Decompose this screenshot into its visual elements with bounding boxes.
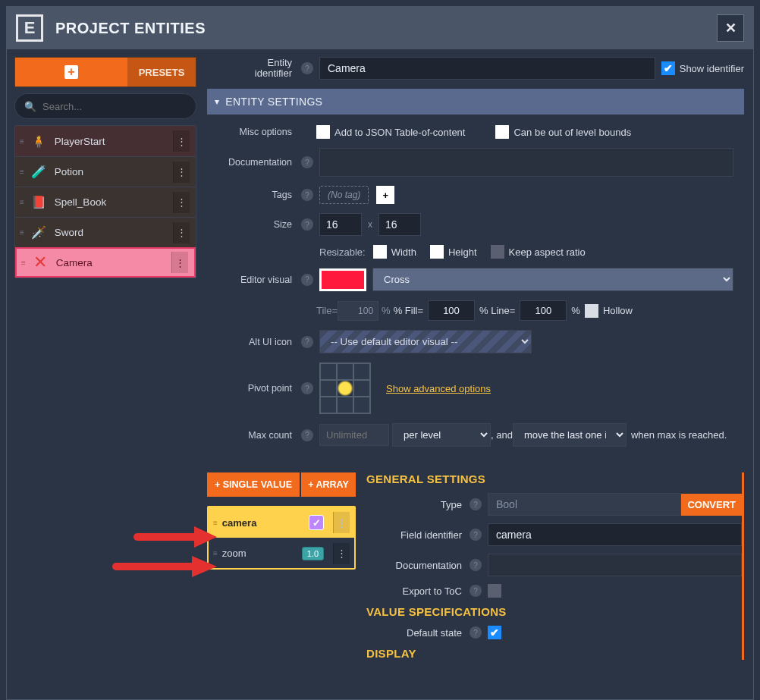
shape-select[interactable]: Cross (372, 268, 733, 291)
field-settings-panel: GENERAL SETTINGS Type ? CONVERT Field id… (359, 472, 744, 660)
add-tag-button[interactable]: + (376, 186, 394, 204)
entity-icon: ✕ (32, 254, 49, 271)
entity-menu-button[interactable]: ⋮ (173, 162, 190, 183)
max-count-input[interactable] (319, 424, 389, 446)
documentation-input[interactable] (319, 148, 733, 177)
no-tag-chip[interactable]: (No tag) (319, 186, 369, 204)
max-tail: when max is reached. (631, 429, 727, 441)
drag-handle-icon[interactable]: ≡ (20, 137, 23, 146)
field-item-camera[interactable]: ≡ camera ✓ ⋮ (209, 507, 354, 538)
entity-label: Camera (56, 257, 93, 268)
field-menu-button[interactable]: ⋮ (333, 543, 350, 564)
add-array-button[interactable]: + ARRAY (301, 472, 356, 497)
close-button[interactable]: ✕ (717, 14, 744, 42)
fields-area: + SINGLE VALUE + ARRAY ≡ camera ✓ ⋮ ≡ zo… (207, 472, 744, 660)
general-settings-header: GENERAL SETTINGS (366, 472, 742, 485)
entity-menu-button[interactable]: ⋮ (173, 192, 190, 213)
pivot-center[interactable] (337, 380, 353, 397)
display-header: DISPLAY (366, 647, 742, 660)
help-icon[interactable]: ? (301, 274, 313, 286)
entity-item-sword[interactable]: ≡ 🗡️ Sword ⋮ (15, 217, 196, 247)
search-input[interactable] (42, 101, 187, 112)
color-swatch[interactable] (319, 268, 366, 291)
json-toc-label: Add to JSON Table-of-content (334, 127, 465, 138)
help-icon[interactable]: ? (470, 529, 482, 541)
max-scope-select[interactable]: per level (392, 423, 491, 447)
identifier-input[interactable] (319, 57, 655, 80)
pivot-grid[interactable] (319, 363, 371, 414)
max-count-label: Max count (207, 430, 298, 441)
entity-item-potion[interactable]: ≡ 🧪 Potion ⋮ (15, 156, 196, 187)
show-identifier-checkbox[interactable]: ✔ (661, 61, 675, 75)
field-label: camera (222, 517, 257, 529)
help-icon[interactable]: ? (470, 585, 482, 597)
window-title: PROJECT ENTITIES (55, 20, 206, 37)
size-height-input[interactable] (378, 213, 421, 236)
field-doc-input[interactable] (488, 554, 742, 576)
entities-window: E PROJECT ENTITIES ✕ + PRESETS 🔍 ≡ 🧍 (6, 6, 754, 700)
export-toc-checkbox[interactable] (488, 584, 501, 598)
entity-icon: 🧍 (30, 133, 47, 149)
add-single-value-button[interactable]: + SINGLE VALUE (207, 472, 300, 497)
value-spec-header: VALUE SPECIFICATIONS (366, 605, 742, 618)
advanced-options-link[interactable]: Show advanced options (386, 383, 491, 394)
plus-icon: + (64, 65, 78, 79)
resizable-width-checkbox[interactable] (373, 245, 387, 259)
add-entity-tab[interactable]: + (15, 58, 127, 86)
field-item-zoom[interactable]: ≡ zoom 1.0 ⋮ (209, 538, 354, 568)
help-icon[interactable]: ? (470, 559, 482, 571)
resizable-height-checkbox[interactable] (430, 245, 444, 259)
tags-label: Tags (207, 190, 298, 200)
search-box[interactable]: 🔍 (14, 93, 196, 119)
help-icon[interactable]: ? (301, 62, 313, 74)
field-menu-button[interactable]: ⋮ (333, 512, 350, 533)
hollow-checkbox[interactable] (585, 304, 598, 318)
export-toc-label: Export to ToC (366, 585, 466, 597)
drag-handle-icon[interactable]: ≡ (213, 549, 216, 557)
default-state-checkbox[interactable]: ✔ (488, 626, 501, 639)
alt-icon-select[interactable]: -- Use default editor visual -- (319, 330, 532, 353)
help-icon[interactable]: ? (301, 382, 313, 394)
resizable-height-label: Height (448, 246, 477, 258)
app-logo: E (16, 14, 43, 42)
show-identifier-label: Show identifier (680, 63, 744, 74)
max-behavior-select[interactable]: move the last one i (513, 423, 627, 447)
help-icon[interactable]: ? (301, 336, 313, 348)
out-of-bounds-checkbox[interactable] (495, 125, 509, 139)
misc-options-label: Misc options (207, 127, 298, 137)
entity-menu-button[interactable]: ⋮ (173, 130, 190, 152)
keep-aspect-checkbox[interactable] (491, 245, 504, 259)
chevron-down-icon: ▾ (215, 96, 219, 107)
help-icon[interactable]: ? (470, 626, 482, 639)
drag-handle-icon[interactable]: ≡ (213, 519, 216, 527)
entity-menu-button[interactable]: ⋮ (171, 252, 188, 273)
drag-handle-icon[interactable]: ≡ (20, 228, 23, 237)
tile-label: Tile= (316, 305, 338, 316)
entity-item-spellbook[interactable]: ≡ 📕 Spell_Book ⋮ (15, 187, 196, 217)
entity-item-playerstart[interactable]: ≡ 🧍 PlayerStart ⋮ (15, 126, 196, 156)
entity-settings-header[interactable]: ▾ ENTITY SETTINGS (207, 89, 744, 115)
help-icon[interactable]: ? (301, 429, 313, 441)
entity-menu-button[interactable]: ⋮ (173, 222, 190, 243)
help-icon[interactable]: ? (301, 156, 313, 168)
size-width-input[interactable] (319, 213, 362, 236)
entity-label: Sword (55, 227, 83, 238)
drag-handle-icon[interactable]: ≡ (20, 198, 23, 206)
field-identifier-input[interactable] (488, 523, 742, 546)
tile-input (338, 301, 378, 321)
convert-button[interactable]: CONVERT (681, 494, 742, 516)
type-input (488, 493, 681, 516)
identifier-row: Entity identifier ? ✔ Show identifier (207, 57, 744, 80)
help-icon[interactable]: ? (301, 189, 313, 201)
drag-handle-icon[interactable]: ≡ (21, 259, 24, 267)
help-icon[interactable]: ? (301, 218, 313, 231)
help-icon[interactable]: ? (470, 498, 482, 510)
drag-handle-icon[interactable]: ≡ (20, 168, 23, 176)
json-toc-checkbox[interactable] (316, 125, 330, 139)
field-identifier-label: Field identifier (366, 529, 466, 541)
presets-tab[interactable]: PRESETS (127, 58, 196, 86)
line-input[interactable] (520, 300, 567, 321)
entity-item-camera[interactable]: ≡ ✕ Camera ⋮ (15, 247, 196, 278)
default-state-label: Default state (366, 627, 466, 639)
fill-input[interactable] (428, 300, 475, 321)
